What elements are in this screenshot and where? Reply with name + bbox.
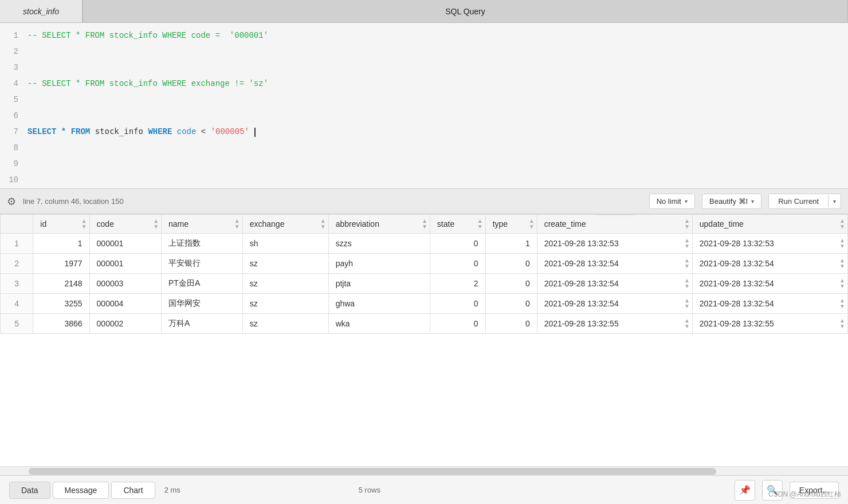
tab-sql-query-label: SQL Query <box>445 7 485 16</box>
cell-state: 0 <box>430 254 485 274</box>
th-exchange[interactable]: exchange▲▼ <box>242 215 328 234</box>
tab-sql-query[interactable]: SQL Query <box>83 0 848 22</box>
cell-abbreviation: payh <box>328 254 430 274</box>
beautify-label: Beautify ⌘I <box>709 197 748 206</box>
code-line-1: -- SELECT * FROM stock_info WHERE code =… <box>28 31 268 40</box>
cell-name: PT金田A <box>162 274 243 294</box>
results-table: id▲▼ code▲▼ name▲▼ exchange▲▼ abbreviati… <box>0 214 848 334</box>
th-id[interactable]: id▲▼ <box>33 215 89 234</box>
cell-create-time: 2021-09-28 13:32:54▲▼ <box>537 294 692 314</box>
th-type[interactable]: type▲▼ <box>485 215 537 234</box>
cell-create-time: 2021-09-28 13:32:54▲▼ <box>537 274 692 294</box>
editor-line-2: 2 <box>0 44 848 60</box>
table-row: 21977000001平安银行szpayh002021-09-28 13:32:… <box>1 254 848 274</box>
row-num: 5 <box>1 314 33 334</box>
cell-abbreviation: ptjta <box>328 274 430 294</box>
row-count: 5 rows <box>359 486 380 494</box>
pin-button[interactable]: 📌 <box>735 480 755 501</box>
cell-name: 平安银行 <box>162 254 243 274</box>
editor-line-7: 7 SELECT * FROM stock_info WHERE code < … <box>0 124 848 140</box>
editor-line-1: 1 -- SELECT * FROM stock_info WHERE code… <box>0 27 848 44</box>
line-number-3: 3 <box>5 63 18 72</box>
cell-create-time: 2021-09-28 13:32:54▲▼ <box>537 254 692 274</box>
bottom-tab-data[interactable]: Data <box>9 482 50 499</box>
editor-line-3: 3 <box>0 60 848 76</box>
th-code[interactable]: code▲▼ <box>89 215 161 234</box>
cell-update-time: 2021-09-28 13:32:54▲▼ <box>692 274 847 294</box>
th-state[interactable]: state▲▼ <box>430 215 485 234</box>
row-num: 3 <box>1 274 33 294</box>
row-num: 4 <box>1 294 33 314</box>
tab-bar: stock_info SQL Query <box>0 0 848 23</box>
scroll-thumb[interactable] <box>29 468 716 475</box>
cell-id: 1 <box>33 234 89 254</box>
cell-type: 0 <box>485 274 537 294</box>
cell-exchange: sz <box>242 274 328 294</box>
code-line-4: -- SELECT * FROM stock_info WHERE exchan… <box>28 79 268 88</box>
table-header-row: id▲▼ code▲▼ name▲▼ exchange▲▼ abbreviati… <box>1 215 848 234</box>
editor-line-8: 8 <box>0 140 848 156</box>
th-name[interactable]: name▲▼ <box>162 215 243 234</box>
editor-area[interactable]: 1 -- SELECT * FROM stock_info WHERE code… <box>0 23 848 189</box>
row-num: 1 <box>1 234 33 254</box>
table-row: 32148000003PT金田Aszptjta202021-09-28 13:3… <box>1 274 848 294</box>
no-limit-arrow-icon: ▾ <box>685 198 688 204</box>
cursor-location: line 7, column 46, location 150 <box>23 197 642 206</box>
line-number-8: 8 <box>5 143 18 152</box>
bottom-bar: Data Message Chart 2 ms 5 rows 📌 🔍 Expor… <box>0 475 848 504</box>
horizontal-scrollbar[interactable] <box>0 466 848 475</box>
cell-code: 000001 <box>89 234 161 254</box>
no-limit-dropdown[interactable]: No limit ▾ <box>649 194 695 209</box>
code-line-7: SELECT * FROM stock_info WHERE code < '0… <box>28 127 256 136</box>
row-num: 2 <box>1 254 33 274</box>
tab-stock-info[interactable]: stock_info <box>0 0 83 22</box>
beautify-arrow-icon: ▾ <box>751 198 754 204</box>
cell-type: 1 <box>485 234 537 254</box>
cell-update-time: 2021-09-28 13:32:53▲▼ <box>692 234 847 254</box>
th-update-time[interactable]: update_time▲▼ <box>692 215 847 234</box>
run-current-button[interactable]: Run Current <box>769 194 828 208</box>
query-timing: 2 ms <box>164 486 180 494</box>
bottom-tab-message[interactable]: Message <box>53 482 109 499</box>
editor-line-10: 10 <box>0 172 848 188</box>
settings-icon[interactable]: ⚙ <box>7 195 16 208</box>
cell-state: 0 <box>430 294 485 314</box>
cell-name: 万科A <box>162 314 243 334</box>
status-bar: ⚙ line 7, column 46, location 150 No lim… <box>0 189 848 214</box>
line-number-1: 1 <box>5 31 18 40</box>
beautify-dropdown[interactable]: Beautify ⌘I ▾ <box>702 194 761 209</box>
th-create-time[interactable]: create_time ▲▼ timestamp <box>537 215 692 234</box>
line-number-5: 5 <box>5 95 18 104</box>
cell-type: 0 <box>485 254 537 274</box>
th-abbreviation[interactable]: abbreviation▲▼ <box>328 215 430 234</box>
cell-exchange: sz <box>242 314 328 334</box>
editor-line-9: 9 <box>0 156 848 172</box>
cell-state: 0 <box>430 314 485 334</box>
cell-state: 2 <box>430 274 485 294</box>
cell-abbreviation: szzs <box>328 234 430 254</box>
cell-type: 0 <box>485 314 537 334</box>
cell-update-time: 2021-09-28 13:32:54▲▼ <box>692 294 847 314</box>
line-number-2: 2 <box>5 47 18 56</box>
cell-code: 000001 <box>89 254 161 274</box>
tab-stock-info-label: stock_info <box>23 7 59 16</box>
editor-line-6: 6 <box>0 108 848 124</box>
cell-create-time: 2021-09-28 13:32:55▲▼ <box>537 314 692 334</box>
run-current-wrapper: Run Current ▾ <box>768 194 841 209</box>
bottom-tab-chart[interactable]: Chart <box>111 482 155 499</box>
th-row-number <box>1 215 33 234</box>
cell-update-time: 2021-09-28 13:32:55▲▼ <box>692 314 847 334</box>
editor-line-4: 4 -- SELECT * FROM stock_info WHERE exch… <box>0 76 848 92</box>
results-area[interactable]: id▲▼ code▲▼ name▲▼ exchange▲▼ abbreviati… <box>0 214 848 466</box>
cell-id: 2148 <box>33 274 89 294</box>
line-number-6: 6 <box>5 111 18 120</box>
run-current-dropdown-icon[interactable]: ▾ <box>828 195 841 207</box>
cell-exchange: sz <box>242 294 328 314</box>
cell-state: 0 <box>430 234 485 254</box>
editor-lines: 1 -- SELECT * FROM stock_info WHERE code… <box>0 27 848 188</box>
cell-id: 3866 <box>33 314 89 334</box>
cell-code: 000003 <box>89 274 161 294</box>
editor-line-5: 5 <box>0 92 848 108</box>
cell-exchange: sh <box>242 234 328 254</box>
cell-name: 国华网安 <box>162 294 243 314</box>
